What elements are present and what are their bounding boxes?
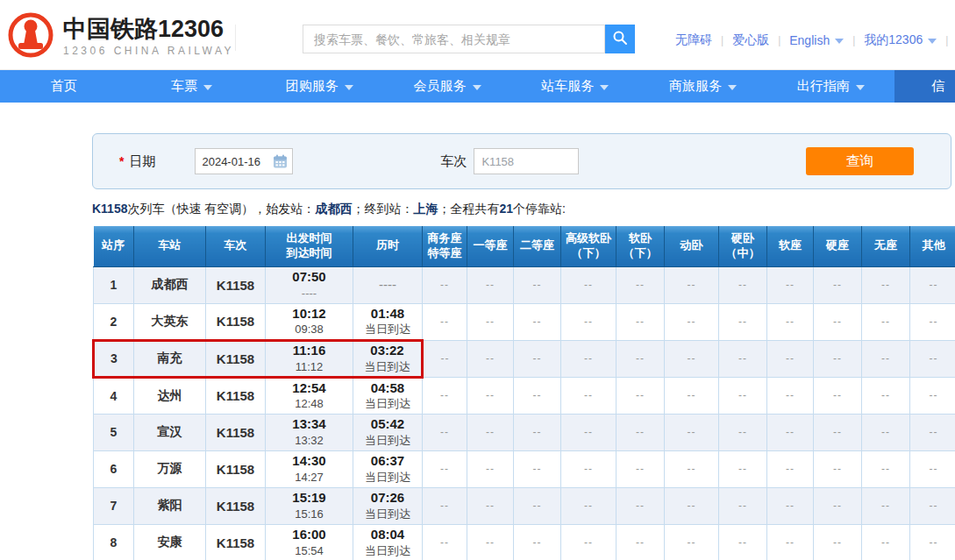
query-button[interactable]: 查询 [806, 147, 914, 175]
cell-depart-arrive: 14:3014:27 [266, 450, 353, 487]
empty-seat-value: -- [533, 536, 542, 549]
search-input[interactable] [303, 25, 605, 53]
cell-text: 14:30 [266, 453, 353, 470]
empty-seat-value: -- [486, 463, 495, 475]
cell-text: ---- [353, 277, 422, 294]
nav-item-0[interactable]: 首页 [0, 70, 128, 103]
top-link-label: 无障碍 [675, 32, 712, 48]
cell-seat-availability: -- [910, 524, 955, 560]
nav-item-1[interactable]: 车票 [128, 70, 256, 103]
cell-depart-arrive: 12:5412:48 [266, 377, 353, 414]
cell-seat-availability: -- [910, 377, 955, 414]
cell-text: 04:58 [353, 380, 422, 397]
empty-seat-value: -- [688, 426, 696, 438]
cell-text: K1158 [206, 425, 265, 440]
search-button[interactable] [605, 25, 635, 53]
cell-seat-availability: -- [467, 340, 514, 377]
top-link-2[interactable]: English [789, 33, 844, 47]
top-link-1[interactable]: 爱心版 [732, 32, 769, 48]
empty-seat-value: -- [533, 500, 542, 512]
empty-seat-value: -- [688, 500, 696, 512]
cell-seat-availability: -- [814, 340, 862, 377]
date-input[interactable]: 2024-01-16 [195, 148, 293, 174]
nav-item-6[interactable]: 出行指南 [766, 70, 894, 103]
nav-item-3[interactable]: 会员服务 [383, 70, 511, 103]
cell-seat-availability: -- [910, 487, 955, 524]
top-link-3[interactable]: 我的12306 [864, 32, 937, 48]
empty-seat-value: -- [738, 279, 747, 291]
cell-text: 南充 [134, 351, 205, 366]
empty-seat-value: -- [486, 536, 495, 549]
column-header: 硬卧 （中） [719, 226, 767, 266]
empty-seat-value: -- [786, 389, 795, 401]
cell-seat-availability: -- [814, 414, 862, 450]
cell-stop-number: 7 [94, 487, 134, 524]
chevron-down-icon [600, 85, 609, 90]
cell-seat-availability: -- [616, 303, 665, 340]
cell-seat-availability: -- [467, 524, 514, 560]
summary-highlight: 成都西 [315, 202, 352, 216]
column-header: 历时 [353, 226, 423, 266]
cell-duration: 05:42当日到达 [353, 414, 423, 450]
cell-text: 06:37 [353, 453, 422, 470]
nav-item-4[interactable]: 站车服务 [511, 70, 639, 103]
cell-text: 13:34 [266, 416, 353, 433]
cell-seat-availability: -- [862, 303, 910, 340]
cell-station: 南充 [134, 340, 206, 377]
cell-stop-number: 5 [94, 414, 134, 450]
top-link-label: English [789, 33, 830, 47]
empty-seat-value: -- [486, 426, 495, 438]
empty-seat-value: -- [636, 463, 645, 475]
empty-seat-value: -- [833, 500, 842, 512]
empty-seat-value: -- [584, 536, 593, 549]
cell-seat-availability: -- [467, 303, 514, 340]
cell-seat-availability: -- [514, 487, 561, 524]
column-header: 一等座 [467, 226, 514, 266]
empty-seat-value: -- [636, 279, 645, 291]
cell-seat-availability: -- [514, 377, 561, 414]
cell-text: 万源 [134, 461, 205, 477]
empty-seat-value: -- [688, 536, 696, 549]
cell-text: K1158 [206, 388, 265, 403]
nav-item-label: 站车服务 [541, 78, 594, 95]
column-header: 硬座 [814, 226, 862, 266]
nav-item-5[interactable]: 商旅服务 [639, 70, 767, 103]
top-link-0[interactable]: 无障碍 [675, 32, 712, 48]
cell-text: 宣汉 [134, 424, 205, 440]
cell-station: 万源 [134, 450, 206, 487]
empty-seat-value: -- [881, 426, 890, 438]
cell-text: 11:16 [266, 343, 353, 359]
cell-seat-availability: -- [719, 340, 767, 377]
cell-seat-availability: -- [814, 450, 862, 487]
cell-seat-availability: -- [423, 487, 467, 524]
empty-seat-value: -- [930, 536, 938, 549]
cell-text: 07:50 [266, 269, 353, 286]
cell-seat-availability: -- [514, 450, 561, 487]
cell-train-number: K1158 [206, 450, 266, 487]
cell-station: 大英东 [134, 303, 206, 340]
cell-seat-availability: -- [767, 487, 814, 524]
column-header: 商务座 特等座 [423, 226, 467, 266]
cell-station: 安康 [134, 524, 206, 560]
cell-seat-availability: -- [862, 414, 910, 450]
cell-seat-availability: -- [814, 487, 862, 524]
cell-seat-availability: -- [910, 450, 955, 487]
cell-text: 08:04 [353, 527, 422, 543]
cell-seat-availability: -- [767, 377, 814, 414]
nav-item-2[interactable]: 团购服务 [255, 70, 383, 103]
calendar-icon[interactable] [273, 154, 288, 173]
nav-item-label: 商旅服务 [669, 78, 722, 95]
empty-seat-value: -- [584, 500, 593, 512]
cell-seat-availability: -- [616, 414, 665, 450]
site-logo[interactable]: 中国铁路12306 12306 CHINA RAILWAY [7, 11, 234, 62]
train-number-input[interactable] [474, 148, 579, 174]
cell-seat-availability: -- [665, 450, 719, 487]
cell-seat-availability: -- [561, 524, 616, 560]
table-row: 7紫阳K115815:1915:1607:26当日到达-------------… [94, 487, 955, 524]
cell-depart-arrive: 13:3413:32 [266, 414, 353, 450]
nav-item-7[interactable]: 信 [894, 70, 955, 103]
cell-seat-availability: -- [616, 450, 665, 487]
empty-seat-value: -- [786, 315, 795, 328]
cell-seat-availability: -- [665, 487, 719, 524]
cell-stop-number: 6 [94, 450, 134, 487]
